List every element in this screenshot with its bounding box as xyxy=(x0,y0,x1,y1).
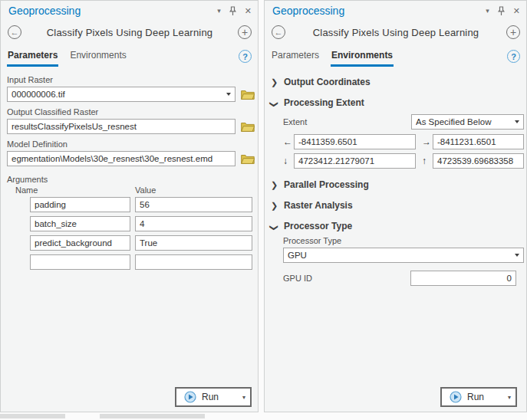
tab-parameters[interactable]: Parameters xyxy=(271,48,320,67)
tool-title: Classify Pixels Using Deep Learning xyxy=(21,27,238,38)
input-raster-value: 000000006.tif xyxy=(12,90,223,99)
section-processing-extent[interactable]: ❯ Processing Extent xyxy=(271,97,524,108)
pane-titlebar: Geoprocessing ▾ ✕ xyxy=(265,1,526,18)
chevron-down-icon: ❯ xyxy=(269,100,279,107)
help-icon[interactable]: ? xyxy=(507,50,520,63)
output-raster-label: Output Classified Raster xyxy=(7,107,255,116)
tool-header: ← Classify Pixels Using Deep Learning + xyxy=(265,18,526,42)
processor-type-combobox[interactable]: GPU xyxy=(283,248,524,263)
tool-title: Classify Pixels Using Deep Learning xyxy=(285,27,506,38)
pane-title: Geoprocessing xyxy=(8,5,217,17)
run-button[interactable]: Run ▾ xyxy=(175,387,252,407)
browse-output-raster-folder-icon[interactable] xyxy=(241,122,255,132)
tool-header: ← Classify Pixels Using Deep Learning + xyxy=(1,18,258,42)
run-play-icon xyxy=(184,391,196,403)
parameters-content: Input Raster 000000006.tif Output Classi… xyxy=(1,67,258,412)
run-button-label: Run xyxy=(467,392,502,402)
pin-icon[interactable] xyxy=(498,6,505,16)
arrow-down-icon: ↓ xyxy=(283,156,294,166)
extent-east-input[interactable] xyxy=(433,134,524,149)
extent-label: Extent xyxy=(283,117,411,126)
back-button[interactable]: ← xyxy=(8,25,21,39)
dock-edge xyxy=(264,412,527,420)
output-raster-input[interactable] xyxy=(7,119,236,134)
argument-name-input[interactable] xyxy=(30,197,130,212)
argument-name-input[interactable] xyxy=(30,254,130,270)
extent-west-input[interactable] xyxy=(294,134,416,149)
pane-divider xyxy=(259,0,264,420)
geoprocessing-pane-environments: Geoprocessing ▾ ✕ ← Classify Pixels Usin… xyxy=(264,0,527,412)
run-button[interactable]: Run ▾ xyxy=(440,387,517,407)
run-options-caret-icon[interactable]: ▾ xyxy=(242,394,245,401)
model-definition-input[interactable] xyxy=(7,151,236,166)
processor-type-body: Processor Type GPU GPU ID xyxy=(283,235,524,286)
argument-value-input[interactable] xyxy=(135,235,252,251)
tab-bar: Parameters Environments ? xyxy=(1,42,258,67)
help-icon[interactable]: ? xyxy=(239,50,252,63)
tab-environments[interactable]: Environments xyxy=(331,48,394,67)
environments-content: ❯ Output Coordinates ❯ Processing Extent… xyxy=(265,67,526,412)
chevron-right-icon: ❯ xyxy=(271,77,277,87)
argument-value-input[interactable] xyxy=(135,254,252,270)
section-parallel-processing[interactable]: ❯ Parallel Processing xyxy=(271,179,524,190)
argument-row xyxy=(7,254,255,270)
pin-icon[interactable] xyxy=(229,6,236,16)
arguments-label: Arguments xyxy=(7,175,255,184)
argument-row xyxy=(7,216,255,231)
argument-name-input[interactable] xyxy=(30,235,130,251)
arcgis-geoprocessing-workspace: Geoprocessing ▾ ✕ ← Classify Pixels Usin… xyxy=(0,0,527,420)
close-icon[interactable]: ✕ xyxy=(513,7,520,15)
argument-row xyxy=(7,197,255,212)
gpu-id-input[interactable] xyxy=(410,271,516,286)
dock-edge xyxy=(0,412,259,420)
input-raster-label: Input Raster xyxy=(7,75,255,84)
arrow-up-icon: ↑ xyxy=(422,156,433,166)
browse-model-folder-icon[interactable] xyxy=(241,154,255,164)
arrow-right-icon: → xyxy=(422,136,433,147)
section-raster-analysis[interactable]: ❯ Raster Analysis xyxy=(271,200,524,211)
dropdown-caret-icon[interactable] xyxy=(515,120,519,123)
tab-parameters[interactable]: Parameters xyxy=(7,48,58,67)
argument-value-input[interactable] xyxy=(135,216,252,231)
chevron-right-icon: ❯ xyxy=(271,201,277,211)
back-button[interactable]: ← xyxy=(272,25,285,39)
arrow-left-icon: ← xyxy=(283,136,294,147)
arguments-headers: Name Value xyxy=(7,185,255,195)
input-raster-combobox[interactable]: 000000006.tif xyxy=(7,87,236,102)
arguments-value-header: Value xyxy=(128,185,156,195)
pane-menu-caret-icon[interactable]: ▾ xyxy=(486,8,489,15)
dropdown-caret-icon[interactable] xyxy=(515,254,519,257)
section-processor-type[interactable]: ❯ Processor Type xyxy=(271,221,524,231)
add-to-model-button[interactable]: + xyxy=(506,25,520,39)
tab-bar: Parameters Environments ? xyxy=(265,42,526,67)
chevron-right-icon: ❯ xyxy=(271,180,277,190)
tab-environments[interactable]: Environments xyxy=(69,48,127,67)
run-options-caret-icon[interactable]: ▾ xyxy=(508,394,511,401)
section-output-coordinates[interactable]: ❯ Output Coordinates xyxy=(271,77,524,87)
extent-south-input[interactable] xyxy=(294,153,416,169)
geoprocessing-pane-parameters: Geoprocessing ▾ ✕ ← Classify Pixels Usin… xyxy=(0,0,259,412)
pane-titlebar: Geoprocessing ▾ ✕ xyxy=(1,1,258,18)
argument-name-input[interactable] xyxy=(30,216,130,231)
close-icon[interactable]: ✕ xyxy=(245,7,252,15)
pane-menu-caret-icon[interactable]: ▾ xyxy=(217,8,221,15)
gpu-id-label: GPU ID xyxy=(283,274,410,283)
add-to-model-button[interactable]: + xyxy=(238,25,252,39)
pane-title: Geoprocessing xyxy=(272,5,486,17)
processing-extent-body: Extent As Specified Below ← → ↓ xyxy=(283,111,524,172)
chevron-down-icon: ❯ xyxy=(269,224,279,230)
browse-input-raster-folder-icon[interactable] xyxy=(241,90,255,100)
argument-value-input[interactable] xyxy=(135,197,252,212)
run-play-icon xyxy=(450,391,462,403)
processor-type-label: Processor Type xyxy=(283,236,524,245)
argument-row xyxy=(7,235,255,251)
run-button-label: Run xyxy=(202,392,237,402)
dropdown-caret-icon[interactable] xyxy=(226,93,231,96)
extent-north-input[interactable] xyxy=(433,153,524,169)
extent-mode-combobox[interactable]: As Specified Below xyxy=(411,114,524,130)
arguments-name-header: Name xyxy=(7,185,128,195)
model-definition-label: Model Definition xyxy=(7,139,255,149)
